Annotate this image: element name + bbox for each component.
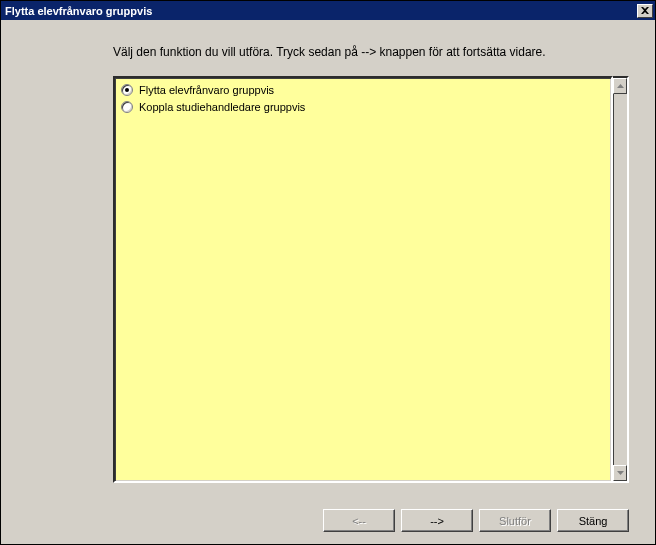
scrollbar[interactable] — [613, 76, 629, 483]
option-label: Flytta elevfrånvaro gruppvis — [139, 84, 274, 96]
finish-label: Slutför — [499, 515, 531, 527]
scroll-up-icon[interactable] — [613, 78, 627, 94]
option-label: Koppla studiehandledare gruppvis — [139, 101, 305, 113]
option-koppla[interactable]: Koppla studiehandledare gruppvis — [115, 98, 611, 115]
button-row: <-- --> Slutför Stäng — [27, 509, 629, 532]
back-button[interactable]: <-- — [323, 509, 395, 532]
radio-icon — [121, 101, 133, 113]
window-title: Flytta elevfrånvaro gruppvis — [5, 5, 637, 17]
client-area: Välj den funktion du vill utföra. Tryck … — [1, 20, 655, 544]
close-icon[interactable] — [637, 4, 653, 18]
titlebar: Flytta elevfrånvaro gruppvis — [1, 1, 655, 20]
radio-icon — [121, 84, 133, 96]
options-panel: Flytta elevfrånvaro gruppvis Koppla stud… — [113, 76, 629, 483]
option-flytta[interactable]: Flytta elevfrånvaro gruppvis — [115, 81, 611, 98]
dialog-window: Flytta elevfrånvaro gruppvis Välj den fu… — [0, 0, 656, 545]
scroll-down-icon[interactable] — [613, 465, 627, 481]
next-button[interactable]: --> — [401, 509, 473, 532]
close-label: Stäng — [579, 515, 608, 527]
finish-button[interactable]: Slutför — [479, 509, 551, 532]
close-button[interactable]: Stäng — [557, 509, 629, 532]
instruction-text: Välj den funktion du vill utföra. Tryck … — [113, 44, 613, 60]
arrow-right-icon: --> — [430, 515, 444, 527]
options-list: Flytta elevfrånvaro gruppvis Koppla stud… — [113, 76, 613, 483]
arrow-left-icon: <-- — [352, 515, 366, 527]
